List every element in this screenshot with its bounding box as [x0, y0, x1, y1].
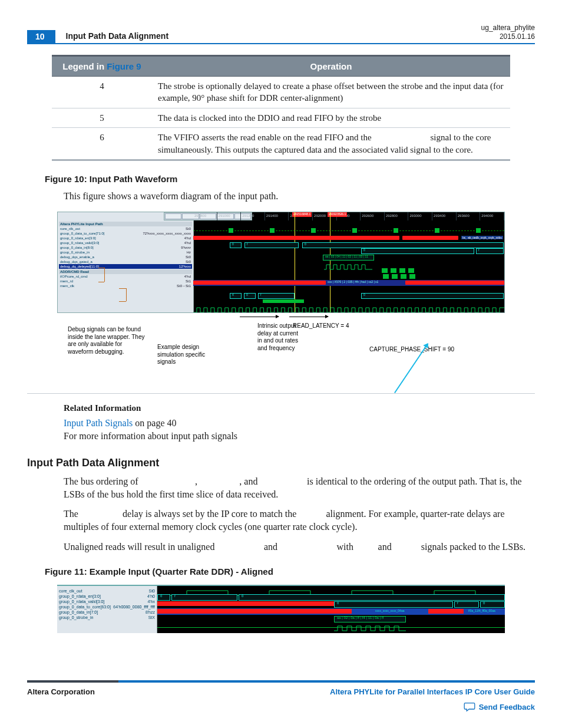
red-bus-icon: [157, 601, 334, 606]
section-heading: Input Path Data Alignment: [27, 457, 535, 469]
send-feedback-link[interactable]: Send Feedback: [479, 703, 535, 711]
header-section-title: Input Path Data Alignment: [66, 31, 168, 43]
footer-rule-icon: [27, 680, 535, 683]
annotation-read-latency: READ_LATENCY = 4: [293, 322, 349, 330]
section-p3: Unaligned reads will result in unaligned…: [64, 541, 535, 554]
divider-icon: [27, 393, 535, 394]
table-row: 6 The VFIFO asserts the read enable on t…: [52, 127, 510, 160]
related-line2: For more information about input path si…: [64, 431, 237, 441]
waveform-timescale: 2908002910002912002914002916002920002924…: [193, 212, 504, 220]
arrow-icon: [289, 317, 328, 317]
figure-11-signal-list: core_clk_outSt0 group_0_rdata_en[3:0]4'h…: [57, 586, 157, 633]
annotation-debug: Debug signals can be found inside the la…: [68, 326, 147, 355]
page-footer: Altera Corporation Altera PHYLite for Pa…: [27, 680, 535, 711]
legend-cell: 4: [52, 77, 152, 108]
red-bus-icon: [193, 236, 399, 240]
related-info-heading: Related Information: [64, 403, 535, 413]
waveform-plot: bc_aded_cdee_cf89_cdaa ab_cedb_xxyk_xxyk…: [193, 221, 504, 312]
operation-cell: The data is clocked into the DDIO and re…: [152, 108, 510, 127]
annotation-example: Example design simulation specific signa…: [157, 344, 222, 366]
th-operation: Operation: [152, 56, 510, 77]
input-path-signals-link[interactable]: Input Path Signals: [64, 418, 133, 428]
th-legend: Legend in Figure 9: [52, 56, 152, 77]
page-number-chip: 10: [27, 30, 55, 43]
figure-10-title: Figure 10: Input Path Waveform: [45, 174, 535, 184]
arrow-icon: [240, 317, 279, 317]
header-date: 2015.01.16: [481, 32, 535, 41]
section-p2: The rdata_en delay is always set by the …: [64, 508, 535, 533]
figure-10-annotations: Debug signals can be found inside the la…: [57, 313, 505, 378]
figure-11-waveform: core_clk_outSt0 group_0_rdata_en[3:0]4'h…: [57, 585, 505, 633]
table-row: 5 The data is clocked into the DDIO and …: [52, 108, 510, 127]
figure-10-waveform: 2908002910002912002914002916002920002924…: [57, 212, 505, 313]
figure-9-link[interactable]: Figure 9: [107, 61, 141, 71]
speech-bubble-icon: [464, 702, 475, 711]
header-doc-id: ug_altera_phylite: [481, 24, 535, 32]
figure-11-plot: 0 f 0 0 f 0 xxxx_xxxx_xxxx_04aa ff0a_11f…: [157, 586, 505, 633]
annotation-capture-phase: CAPTURE_PHASE_SHIFT = 90: [369, 346, 454, 354]
section-p1: The bus ordering of rdata_valid, rdata_e…: [64, 475, 535, 500]
toolbar-button-icon: [165, 213, 181, 219]
operation-cell: The strobe is optionally delayed to crea…: [152, 77, 510, 108]
figure-10-caption: This figure shows a waveform diagram of …: [64, 190, 535, 203]
legend-cell: 6: [52, 127, 152, 160]
figure-11-title: Figure 11: Example Input (Quarter Rate D…: [45, 566, 535, 577]
footer-company: Altera Corporation: [27, 687, 95, 696]
legend-cell: 5: [52, 108, 152, 127]
related-suffix: on page 40: [133, 418, 176, 428]
operation-table: Legend in Figure 9 Operation 4 The strob…: [52, 55, 510, 161]
page-header: 10 Input Path Data Alignment ug_altera_p…: [27, 24, 535, 44]
table-row: 4 The strobe is optionally delayed to cr…: [52, 77, 510, 108]
footer-guide-link[interactable]: Altera PHYLite for Parallel Interfaces I…: [330, 687, 535, 696]
operation-cell: The VFIFO asserts the read enable on the…: [152, 127, 510, 160]
signal-name-list: Altera PHYLite Input Path core_clk_outSt…: [59, 230, 192, 288]
